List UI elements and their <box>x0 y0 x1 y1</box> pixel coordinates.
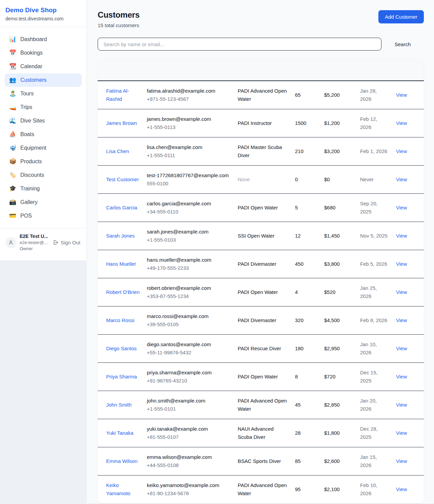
customer-total-spent: $2,850 <box>324 391 360 419</box>
customer-phone: +81-90-1234-5678 <box>147 489 231 498</box>
table-row: Keiko Yamamoto keiko.yamamoto@example.co… <box>98 475 424 504</box>
view-customer-link[interactable]: View <box>396 205 407 210</box>
avatar <box>5 237 16 248</box>
customer-certification: PADI Divemaster <box>238 250 295 278</box>
sidebar-item-label: Dive Sites <box>20 118 45 124</box>
customer-name-link[interactable]: Carlos Garcia <box>106 205 137 210</box>
sidebar-item-gallery[interactable]: 📸 Gallery <box>5 195 82 209</box>
view-customer-link[interactable]: View <box>396 92 407 98</box>
search-button[interactable]: Search <box>381 39 424 50</box>
user-icon <box>8 240 14 245</box>
customer-name-link[interactable]: Yuki Tanaka <box>106 430 134 436</box>
table-row: James Brown james.brown@example.com +1-5… <box>98 109 424 137</box>
customer-last-dive: Nov 5, 2025 <box>360 222 396 250</box>
customer-certification: PADI Open Water <box>238 194 295 222</box>
customer-name-link[interactable]: John Smith <box>106 402 132 408</box>
add-customer-button[interactable]: Add Customer <box>378 10 424 23</box>
customer-certification: PADI Instructor <box>238 109 295 137</box>
column-header-last-dive <box>360 60 396 81</box>
customer-name-link[interactable]: Emma Wilson <box>106 458 138 464</box>
sidebar-item-label: Trips <box>20 104 32 110</box>
customer-name-link[interactable]: Fatima Al-Rashid <box>106 88 129 102</box>
customer-phone: 555-0100 <box>147 180 231 188</box>
view-customer-link[interactable]: View <box>396 148 407 154</box>
customer-name-link[interactable]: Sarah Jones <box>106 233 135 239</box>
sidebar-item-products[interactable]: 📦 Products <box>5 155 82 168</box>
customer-last-dive: Jan 20, 2026 <box>360 391 396 419</box>
view-customer-link[interactable]: View <box>396 458 407 464</box>
view-customer-link[interactable]: View <box>396 261 407 267</box>
dashboard-icon: 📊 <box>9 36 16 42</box>
search-input[interactable] <box>98 38 381 51</box>
customer-dives: 28 <box>295 419 324 447</box>
app-root: Demo Dive Shop demo.test.divestreams.com… <box>0 0 434 503</box>
view-customer-link[interactable]: View <box>396 317 407 323</box>
view-customer-link[interactable]: View <box>396 374 407 379</box>
customer-phone: +91-98765-43210 <box>147 377 231 385</box>
customer-certification: NAUI Advanced Scuba Diver <box>238 419 295 447</box>
customer-name-link[interactable]: Diego Santos <box>106 346 137 351</box>
customer-email: keiko.yamamoto@example.com <box>147 481 231 489</box>
tours-icon: 🏝️ <box>9 91 16 96</box>
view-customer-link[interactable]: View <box>396 233 407 239</box>
sidebar-item-bookings[interactable]: 📅 Bookings <box>5 46 82 60</box>
customer-dives: 45 <box>295 391 324 419</box>
sidebar-item-label: Gallery <box>20 199 38 205</box>
customer-count: 15 total customers <box>98 22 140 28</box>
sidebar-item-dashboard[interactable]: 📊 Dashboard <box>5 33 82 46</box>
sidebar-item-equipment[interactable]: 🤿 Equipment <box>5 141 82 155</box>
sidebar-item-pos[interactable]: 💳 POS <box>5 209 82 223</box>
customer-total-spent: $720 <box>324 363 360 391</box>
customer-name-link[interactable]: Marco Rossi <box>106 317 134 323</box>
sign-out-button[interactable]: Sign Out <box>53 240 81 245</box>
column-header-dives <box>295 60 324 81</box>
view-customer-link[interactable]: View <box>396 346 407 351</box>
sidebar-item-boats[interactable]: ⛵ Boats <box>5 128 82 141</box>
table-row: Marco Rossi marco.rossi@example.com +39-… <box>98 306 424 335</box>
view-customer-link[interactable]: View <box>396 430 407 436</box>
sidebar-item-calendar[interactable]: 📆 Calendar <box>5 60 82 73</box>
sidebar-item-tours[interactable]: 🏝️ Tours <box>5 87 82 100</box>
customer-name-link[interactable]: James Brown <box>106 120 137 126</box>
customer-last-dive: Jan 15, 2026 <box>360 447 396 475</box>
customer-total-spent: $0 <box>324 166 360 194</box>
view-customer-link[interactable]: View <box>396 120 407 126</box>
customer-dives: 210 <box>295 137 324 166</box>
table-header <box>98 60 424 81</box>
customer-phone: +49-170-555-2233 <box>147 264 231 272</box>
customer-name-link[interactable]: Lisa Chen <box>106 148 129 154</box>
column-header-actions <box>396 60 424 81</box>
customer-name-link[interactable]: Hans Mueller <box>106 261 136 267</box>
customer-email: james.brown@example.com <box>147 115 231 123</box>
table-row: Sarah Jones sarah.jones@example.com +1-5… <box>98 222 424 250</box>
sidebar-item-dive-sites[interactable]: 🌊 Dive Sites <box>5 114 82 128</box>
sidebar-item-trips[interactable]: 🚤 Trips <box>5 100 82 114</box>
customer-last-dive: Feb 12, 2026 <box>360 109 396 137</box>
sidebar-item-label: Customers <box>20 77 46 83</box>
customer-last-dive: Feb 10, 2026 <box>360 475 396 504</box>
customer-name-link[interactable]: Test Customer <box>106 176 139 182</box>
customer-certification: None <box>238 166 295 194</box>
customer-email: fatima.alrashid@example.com <box>147 87 231 95</box>
customer-name-link[interactable]: Keiko Yamamoto <box>106 482 130 496</box>
view-customer-link[interactable]: View <box>396 402 407 408</box>
sidebar-item-training[interactable]: 🎓 Training <box>5 182 82 195</box>
customer-certification: PADI Rescue Diver <box>238 335 295 363</box>
customer-phone: +81-555-0107 <box>147 433 231 441</box>
user-email: e2e-tester@... <box>20 240 49 246</box>
discounts-icon: 🏷️ <box>9 172 16 178</box>
sign-out-label: Sign Out <box>61 240 80 245</box>
customer-dives: 1500 <box>295 109 324 137</box>
customer-name-link[interactable]: Priya Sharma <box>106 374 137 379</box>
table-row: Yuki Tanaka yuki.tanaka@example.com +81-… <box>98 419 424 447</box>
sidebar-item-discounts[interactable]: 🏷️ Discounts <box>5 168 82 182</box>
sign-out-icon <box>53 240 58 245</box>
customer-name-link[interactable]: Robert O'Brien <box>106 289 140 295</box>
view-customer-link[interactable]: View <box>396 486 407 492</box>
view-customer-link[interactable]: View <box>396 289 407 295</box>
sidebar-item-customers[interactable]: 👥 Customers <box>5 73 82 87</box>
customer-email: robert.obrien@example.com <box>147 284 231 292</box>
view-customer-link[interactable]: View <box>396 176 407 182</box>
column-header-name <box>98 60 147 81</box>
sidebar-item-label: POS <box>20 213 32 219</box>
